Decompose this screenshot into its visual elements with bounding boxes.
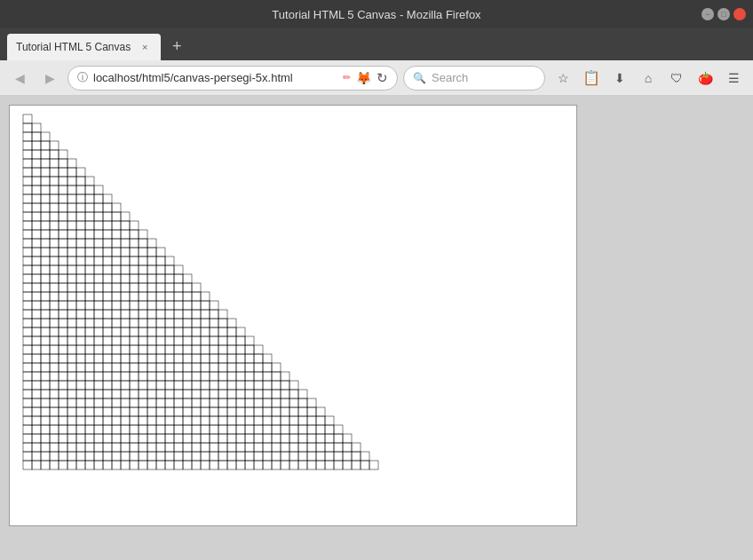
search-placeholder: Search: [432, 71, 468, 84]
download-icon: ⬇: [614, 71, 625, 85]
tomato-button[interactable]: 🍅: [693, 66, 717, 91]
tab-close-button[interactable]: ×: [138, 40, 152, 54]
address-icons: ⓘ: [77, 70, 88, 85]
search-box[interactable]: 🔍 Search: [403, 66, 545, 91]
close-button[interactable]: ✕: [733, 8, 746, 20]
forward-button[interactable]: ▶: [37, 66, 62, 91]
maximize-button[interactable]: □: [717, 8, 730, 20]
canvas-frame: [9, 105, 577, 526]
home-icon: ⌂: [645, 71, 652, 85]
search-icon: 🔍: [413, 72, 426, 84]
new-tab-button[interactable]: +: [164, 34, 189, 59]
download-button[interactable]: ⬇: [607, 66, 632, 91]
window-title: Tutorial HTML 5 Canvas - Mozilla Firefox: [272, 8, 480, 21]
edit-icon: ✏: [343, 72, 351, 83]
info-icon: ⓘ: [77, 70, 88, 85]
title-bar: Tutorial HTML 5 Canvas - Mozilla Firefox…: [0, 0, 753, 28]
address-bar[interactable]: ⓘ localhost/html5/canvas-persegi-5x.html…: [67, 66, 398, 91]
nav-bar: ◀ ▶ ⓘ localhost/html5/canvas-persegi-5x.…: [0, 60, 753, 96]
active-tab[interactable]: Tutorial HTML 5 Canvas ×: [7, 34, 161, 60]
save-button[interactable]: 📋: [579, 66, 604, 91]
back-icon: ◀: [15, 71, 25, 85]
html5-canvas: [10, 106, 576, 525]
tomato-icon: 🍅: [698, 71, 713, 85]
forward-icon: ▶: [45, 71, 55, 85]
menu-button[interactable]: ☰: [721, 66, 746, 91]
bookmark-button[interactable]: ☆: [551, 66, 575, 91]
toolbar-icons: ☆ 📋 ⬇ ⌂ 🛡 🍅 ☰: [551, 66, 746, 91]
reload-button[interactable]: ↻: [376, 70, 388, 86]
save-icon: 📋: [583, 69, 600, 86]
back-button[interactable]: ◀: [7, 66, 32, 91]
tab-bar: Tutorial HTML 5 Canvas × +: [0, 28, 753, 60]
minimize-button[interactable]: −: [701, 8, 714, 20]
shield-icon: 🛡: [670, 71, 683, 85]
content-area: [0, 96, 753, 560]
window-controls: − □ ✕: [701, 8, 746, 20]
tab-title: Tutorial HTML 5 Canvas: [16, 41, 131, 53]
shield-button[interactable]: 🛡: [664, 66, 689, 91]
address-text: localhost/html5/canvas-persegi-5x.html: [93, 71, 337, 84]
hamburger-icon: ☰: [728, 71, 740, 85]
bookmark-icon: ☆: [558, 71, 569, 85]
firefox-icon: 🦊: [356, 71, 371, 85]
home-button[interactable]: ⌂: [636, 66, 661, 91]
